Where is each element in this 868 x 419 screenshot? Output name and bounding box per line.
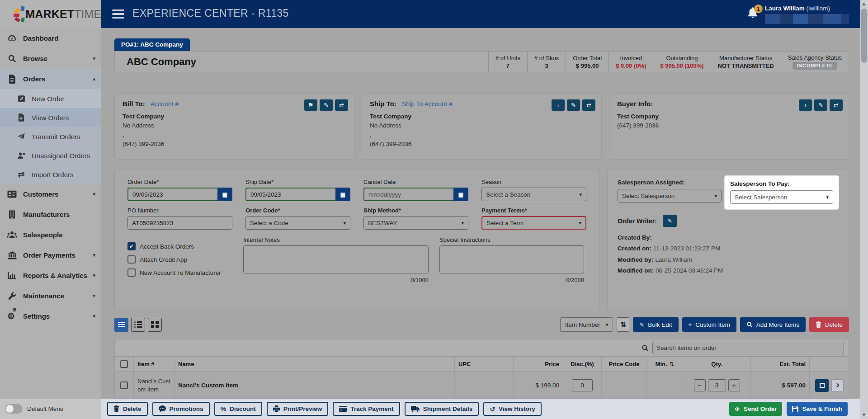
edit-icon[interactable]: ✎ <box>814 99 827 111</box>
sidebar-item-view-orders[interactable]: View Orders <box>0 108 101 127</box>
qty-increase-button[interactable]: + <box>728 379 740 391</box>
grid-view-button[interactable] <box>148 318 162 332</box>
sidebar-item-dashboard[interactable]: Dashboard <box>0 28 101 48</box>
redacted-user-info <box>765 14 849 24</box>
detail-list-view-button[interactable] <box>131 318 145 332</box>
track-payment-button[interactable]: Track Payment <box>333 402 400 416</box>
sort-icon[interactable]: ⇅ <box>670 361 675 367</box>
payment-terms-select[interactable]: Select a Term▾ <box>481 216 586 230</box>
swap-icon[interactable]: ⇄ <box>335 99 348 111</box>
season-select[interactable]: Select a Season▾ <box>481 188 586 201</box>
row-checkbox[interactable] <box>120 381 128 389</box>
default-menu-toggle[interactable] <box>5 404 23 414</box>
delete-items-button[interactable]: Delete <box>809 317 849 332</box>
accept-back-orders-checkbox[interactable]: ✓ Accept Back Orders <box>127 242 232 250</box>
print-preview-button[interactable]: Print/Preview <box>267 402 329 416</box>
ship-method-field: Ship Method* BESTWAY▾ <box>363 207 468 230</box>
notifications-bell-icon[interactable]: 1 <box>747 6 762 22</box>
discount-input[interactable]: 0 <box>572 379 593 391</box>
scroll-down-arrow[interactable] <box>862 414 866 416</box>
sort-direction-button[interactable]: ⇅ <box>617 317 629 332</box>
id-card-icon <box>7 190 17 198</box>
save-finish-button[interactable]: Save & Finish <box>787 402 848 416</box>
ship-date-input[interactable]: 09/05/2023 <box>245 188 335 201</box>
calendar-icon[interactable]: ▦ <box>217 188 232 201</box>
special-instructions-field: Special Instructions 0/2000 <box>439 236 584 283</box>
sidebar-item-new-order[interactable]: New Order <box>0 89 101 108</box>
sort-field-select[interactable]: Item Number▾ <box>560 317 613 332</box>
sidebar-item-import-orders[interactable]: ⇄ Import Orders <box>0 165 101 184</box>
sidebar-item-salespeople[interactable]: Salespeople <box>0 225 101 245</box>
items-search-input[interactable] <box>656 344 840 351</box>
trash-icon <box>816 321 821 328</box>
sidebar-item-unassigned-orders[interactable]: Unassigned Orders <box>0 146 101 165</box>
custom-item-button[interactable]: +Custom Item <box>682 317 736 332</box>
sidebar-item-settings[interactable]: ⚙⚙ Settings ▾ <box>0 306 101 326</box>
item-expand-chevron-button[interactable] <box>831 379 844 392</box>
special-instructions-textarea[interactable] <box>439 245 584 273</box>
po-number-input[interactable]: AT0509235823 <box>127 216 232 230</box>
bulk-edit-button[interactable]: ✎Bulk Edit <box>633 317 678 332</box>
stat-outstanding: Outstanding$ 995.00 (100%) <box>653 52 710 72</box>
sidebar-item-browse[interactable]: Browse ▾ <box>0 48 101 69</box>
ship-date-label: Ship Date* <box>245 179 350 185</box>
sidebar-item-maintenance[interactable]: Maintenance ▾ <box>0 286 101 306</box>
send-order-button[interactable]: ✈ Send Order <box>729 402 782 416</box>
edit-square-icon <box>17 95 26 103</box>
promotions-button[interactable]: Promotions <box>152 402 210 416</box>
qty-decrease-button[interactable]: − <box>694 379 706 391</box>
sidebar-item-label: Browse <box>23 55 47 62</box>
hamburger-menu-icon[interactable] <box>112 9 124 21</box>
cancel-date-input[interactable]: mm/dd/yyyy <box>363 188 453 201</box>
sidebar-item-reports-analytics[interactable]: Reports & Analytics ▾ <box>0 265 101 286</box>
calendar-icon[interactable]: ▦ <box>335 188 350 201</box>
swap-icon[interactable]: ⇄ <box>830 99 843 111</box>
checkbox-checked: ✓ <box>127 242 136 250</box>
bill-to-account-link[interactable]: Account # <box>151 100 179 108</box>
sidebar-item-orders[interactable]: Orders ▴ <box>0 69 101 89</box>
discount-button[interactable]: % Discount <box>214 402 262 416</box>
edit-icon[interactable]: ✎ <box>567 99 580 111</box>
view-history-button[interactable]: ↺ View History <box>483 402 542 416</box>
ship-method-select[interactable]: BESTWAY▾ <box>363 216 468 230</box>
qty-input[interactable]: 3 <box>708 379 726 391</box>
add-icon[interactable]: + <box>799 99 812 111</box>
delete-order-button[interactable]: Delete <box>107 402 148 416</box>
edit-icon[interactable]: ✎ <box>320 99 333 111</box>
select-all-checkbox[interactable] <box>120 360 128 368</box>
attach-credit-app-checkbox[interactable]: Attach Credit App <box>127 255 232 264</box>
app-logo[interactable]: MARKETTIME <box>0 0 101 28</box>
sidebar-item-label: Dashboard <box>23 34 58 42</box>
user-menu[interactable]: Laura William (lwilliam) <box>765 5 830 12</box>
ship-to-account-link[interactable]: Ship To Account # <box>402 100 453 108</box>
sidebar-item-transmit-orders[interactable]: Transmit Orders <box>0 127 101 146</box>
swap-icon[interactable]: ⇄ <box>582 99 595 111</box>
edit-icon[interactable]: ✎ <box>663 215 677 227</box>
order-code-select[interactable]: Select a Code▾ <box>245 216 350 230</box>
sidebar-item-label: New Order <box>32 95 65 103</box>
add-icon[interactable]: + <box>552 99 565 111</box>
po-tab[interactable]: PO#1: ABC Company <box>114 38 190 51</box>
order-date-input[interactable]: 09/05/2023 <box>127 188 217 201</box>
scroll-up-arrow[interactable] <box>862 3 866 5</box>
salesperson-to-pay-select[interactable]: Select Salesperson▾ <box>730 190 833 204</box>
item-detail-button[interactable] <box>815 379 829 392</box>
sidebar-item-customers[interactable]: Customers ▾ <box>0 184 101 204</box>
internal-notes-textarea[interactable] <box>243 245 429 273</box>
flag-icon[interactable]: ⚑ <box>304 99 317 111</box>
scrollbar-thumb[interactable] <box>861 9 867 63</box>
sidebar-item-order-payments[interactable]: Order Payments ▾ <box>0 245 101 265</box>
user-handle: (lwilliam) <box>806 5 830 12</box>
order-date-field: Order Date* 09/05/2023 ▦ <box>127 179 232 201</box>
user-name: Laura William <box>765 5 805 12</box>
sidebar-item-manufacturers[interactable]: Manufacturers <box>0 204 101 225</box>
add-more-items-button[interactable]: Add More Items <box>740 317 806 332</box>
shipment-details-button[interactable]: Shipment Details <box>405 402 479 416</box>
calendar-icon[interactable]: ▦ <box>453 188 468 201</box>
list-view-button[interactable] <box>114 318 128 332</box>
sidebar-footer: Default Menu <box>0 399 101 419</box>
new-account-to-manufacturer-checkbox[interactable]: New Account To Manufacturer <box>127 268 232 277</box>
salesperson-assigned-select[interactable]: Select Salesperson▾ <box>618 189 722 202</box>
search-icon <box>7 54 17 63</box>
vertical-scrollbar[interactable] <box>860 0 868 419</box>
